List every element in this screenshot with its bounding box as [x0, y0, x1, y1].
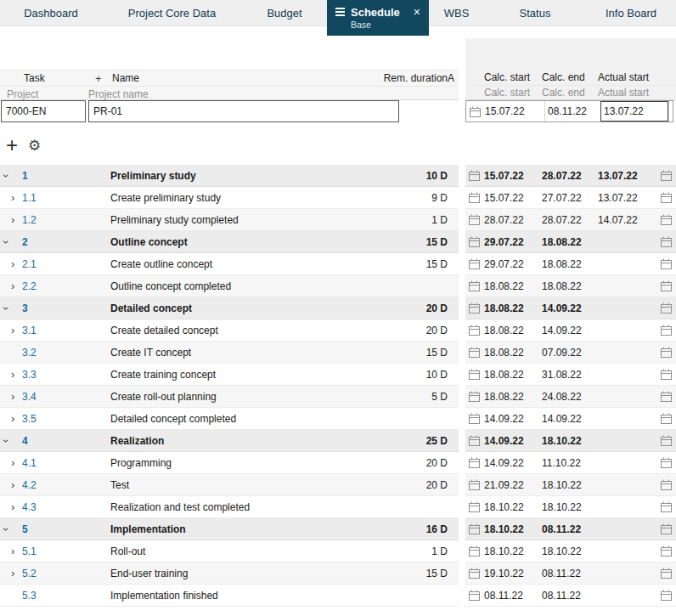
calendar-icon[interactable] — [465, 523, 482, 534]
task-dates-row[interactable]: 18.08.2214.09.22 — [465, 319, 676, 342]
calendar-icon[interactable] — [465, 236, 482, 247]
task-dates-row[interactable]: 28.07.2228.07.2214.07.22 — [465, 209, 676, 231]
task-column-header[interactable]: Task — [22, 72, 95, 84]
tab-status[interactable]: Status — [484, 0, 586, 26]
task-dates-row[interactable]: 15.07.2228.07.2213.07.22 — [465, 165, 676, 187]
calc-start-column-header[interactable]: Calc. start — [482, 71, 542, 83]
calendar-icon[interactable] — [465, 302, 482, 314]
calendar-icon[interactable] — [466, 106, 483, 117]
calendar-icon[interactable] — [465, 413, 482, 424]
project-name-input[interactable] — [88, 100, 399, 122]
task-row[interactable]: 1.2Preliminary study completed1 D — [0, 209, 459, 231]
calc-end-column-header[interactable]: Calc. end — [542, 71, 598, 83]
project-calc-start-field[interactable]: 15.07.22 — [483, 105, 544, 117]
expand-chevron-icon[interactable] — [0, 392, 22, 402]
calendar-icon[interactable] — [659, 435, 676, 446]
task-dates-row[interactable]: 18.10.2218.10.22 — [465, 540, 676, 562]
tab-wbs[interactable]: WBS — [429, 0, 484, 26]
calendar-icon[interactable] — [659, 590, 676, 601]
calendar-icon[interactable] — [465, 391, 482, 402]
calendar-icon[interactable] — [465, 258, 482, 269]
task-row[interactable]: 2.1Create outline concept15 D — [0, 253, 459, 275]
calendar-icon[interactable] — [659, 214, 676, 225]
task-row[interactable]: 1Preliminary study10 D — [0, 165, 459, 187]
collapse-chevron-icon[interactable] — [0, 524, 22, 534]
task-dates-row[interactable]: 08.11.2208.11.22 — [465, 585, 676, 607]
calendar-icon[interactable] — [465, 568, 482, 579]
expand-chevron-icon[interactable] — [0, 325, 22, 336]
task-row[interactable]: 2Outline concept15 D — [0, 231, 459, 253]
collapse-chevron-icon[interactable] — [0, 303, 22, 314]
settings-gear-icon[interactable]: ⚙ — [28, 137, 41, 155]
expand-chevron-icon[interactable] — [0, 215, 22, 225]
a-column-header[interactable]: A — [448, 72, 459, 84]
tab-schedule[interactable]: Schedule × Base — [327, 0, 429, 36]
task-row[interactable]: 1.1Create preliminary study9 D — [0, 187, 459, 209]
calendar-icon[interactable] — [659, 236, 676, 247]
task-row[interactable]: 3Detailed concept20 D — [0, 297, 459, 319]
calendar-icon[interactable] — [465, 280, 482, 291]
task-row[interactable]: 5.2End-user training15 D — [0, 562, 459, 585]
calendar-icon[interactable] — [659, 280, 676, 291]
calendar-icon[interactable] — [465, 170, 482, 181]
calendar-icon[interactable] — [659, 457, 676, 468]
calendar-icon[interactable] — [659, 413, 676, 424]
calendar-icon[interactable] — [659, 170, 676, 181]
task-row[interactable]: 4.3Realization and test completed — [0, 496, 459, 518]
calendar-icon[interactable] — [465, 347, 482, 358]
calendar-icon[interactable] — [465, 325, 482, 336]
task-dates-row[interactable]: 15.07.2227.07.2213.07.22 — [465, 187, 676, 209]
task-dates-row[interactable]: 29.07.2218.08.22 — [465, 253, 676, 275]
calendar-icon[interactable] — [659, 479, 676, 490]
expand-chevron-icon[interactable] — [0, 502, 22, 512]
calendar-icon[interactable] — [465, 435, 482, 446]
collapse-chevron-icon[interactable] — [0, 171, 22, 181]
task-row[interactable]: 3.5Detailed concept completed — [0, 408, 459, 430]
close-tab-icon[interactable]: × — [414, 7, 420, 17]
calendar-icon[interactable] — [659, 568, 676, 579]
task-row[interactable]: 4.1Programming20 D — [0, 452, 459, 474]
add-task-button[interactable]: + — [6, 134, 18, 156]
tab-budget[interactable]: Budget — [242, 0, 327, 26]
calendar-icon[interactable] — [659, 258, 676, 269]
task-dates-row[interactable]: 18.10.2208.11.22 — [465, 518, 676, 540]
expand-chevron-icon[interactable] — [0, 546, 22, 557]
calendar-icon[interactable] — [659, 501, 676, 512]
expand-chevron-icon[interactable] — [0, 568, 22, 579]
tab-dashboard[interactable]: Dashboard — [0, 0, 102, 26]
project-actual-start-field[interactable]: 13.07.22 — [600, 101, 668, 122]
expand-chevron-icon[interactable] — [0, 193, 22, 203]
expand-chevron-icon[interactable] — [0, 480, 22, 490]
calendar-icon[interactable] — [465, 479, 482, 490]
calendar-icon[interactable] — [465, 457, 482, 468]
calendar-icon[interactable] — [659, 302, 676, 314]
calendar-icon[interactable] — [659, 369, 676, 380]
expand-chevron-icon[interactable] — [0, 414, 22, 424]
collapse-chevron-icon[interactable] — [0, 237, 22, 247]
plus-icon[interactable]: + — [95, 72, 112, 85]
task-row[interactable]: 3.2Create IT concept15 D — [0, 342, 459, 364]
task-row[interactable]: 5Implementation16 D — [0, 518, 459, 540]
tab-project-core-data[interactable]: Project Core Data — [102, 0, 242, 26]
calendar-icon[interactable] — [659, 545, 676, 557]
task-dates-row[interactable]: 14.09.2218.10.22 — [465, 430, 676, 452]
project-id-input[interactable] — [1, 100, 86, 122]
calendar-icon[interactable] — [465, 545, 482, 557]
task-dates-row[interactable]: 18.08.2214.09.22 — [465, 297, 676, 319]
menu-icon[interactable] — [335, 8, 345, 16]
task-row[interactable]: 4.2Test20 D — [0, 474, 459, 496]
calendar-icon[interactable] — [659, 391, 676, 402]
task-row[interactable]: 2.2Outline concept completed — [0, 275, 459, 297]
calendar-icon[interactable] — [659, 325, 676, 336]
expand-chevron-icon[interactable] — [0, 281, 22, 291]
task-dates-row[interactable]: 21.09.2218.10.22 — [465, 474, 676, 496]
calendar-icon[interactable] — [465, 501, 482, 512]
project-calc-end-field[interactable]: 08.11.22 — [544, 101, 600, 122]
expand-chevron-icon[interactable] — [0, 370, 22, 380]
calendar-icon[interactable] — [465, 369, 482, 380]
task-row[interactable]: 4Realization25 D — [0, 430, 459, 452]
calendar-icon[interactable] — [465, 590, 482, 601]
task-dates-row[interactable]: 29.07.2218.08.22 — [465, 231, 676, 253]
calendar-icon[interactable] — [659, 347, 676, 358]
task-row[interactable]: 5.1Roll-out1 D — [0, 540, 459, 562]
